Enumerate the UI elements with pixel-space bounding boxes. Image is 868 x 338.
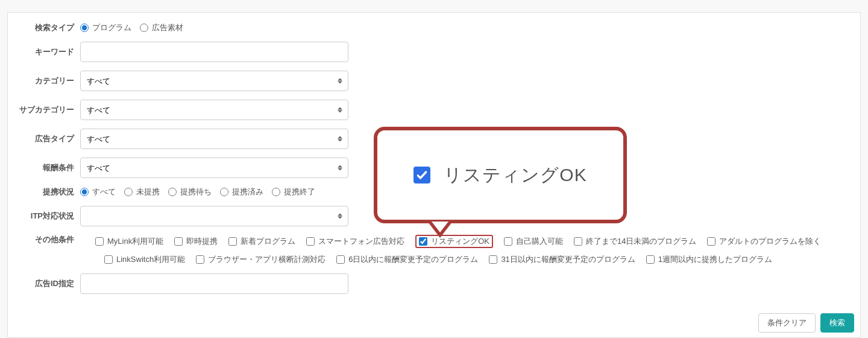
check-browser-label: ブラウザー・アプリ横断計測対応 <box>208 254 326 265</box>
row-subcategory: サブカテゴリー すべて <box>14 100 854 120</box>
callout-tail-inner <box>432 222 448 232</box>
check-adult-label: アダルトのプログラムを除く <box>719 236 821 247</box>
radio-material-input[interactable] <box>140 24 148 32</box>
callout-text: リスティングOK <box>444 163 587 188</box>
check-linkswitch[interactable]: LinkSwitch利用可能 <box>104 254 185 265</box>
radio-program-input[interactable] <box>80 24 89 32</box>
ad-id-input[interactable] <box>80 273 348 294</box>
label-ad-type: 広告タイプ <box>14 134 80 144</box>
label-partner-status: 提携状況 <box>14 187 80 197</box>
check-mylink-input[interactable] <box>95 237 104 246</box>
check-instant-input[interactable] <box>174 237 183 246</box>
radio-material[interactable]: 広告素材 <box>140 22 183 33</box>
check-browser-input[interactable] <box>196 255 204 264</box>
reward-select[interactable]: すべて <box>80 158 348 178</box>
radio-ps-partnered[interactable]: 提携済み <box>220 187 263 197</box>
check-instant-label: 即時提携 <box>186 236 218 247</box>
radio-ps-waiting-input[interactable] <box>168 188 177 196</box>
check-linkswitch-label: LinkSwitch利用可能 <box>116 254 185 265</box>
label-ad-id: 広告ID指定 <box>14 279 80 289</box>
check-6days-label: 6日以内に報酬変更予定のプログラム <box>348 254 478 265</box>
check-new[interactable]: 新着プログラム <box>228 236 295 247</box>
check-14days-label: 終了まで14日未満のプログラム <box>586 236 696 247</box>
radio-ps-ended-label: 提携終了 <box>284 187 315 197</box>
itp-select[interactable] <box>80 206 348 226</box>
check-mylink-label: MyLink利用可能 <box>107 236 163 247</box>
check-1week-label: 1週間以内に提携したプログラム <box>658 254 772 265</box>
check-self-input[interactable] <box>504 237 512 246</box>
keyword-input[interactable] <box>80 42 348 62</box>
radio-program-label: プログラム <box>92 22 131 33</box>
row-search-type: 検索タイプ プログラム 広告素材 <box>14 22 854 33</box>
category-select[interactable]: すべて <box>80 71 348 91</box>
radio-ps-all[interactable]: すべて <box>80 187 116 197</box>
radio-ps-waiting-label: 提携待ち <box>180 187 212 197</box>
row-category: カテゴリー すべて <box>14 71 854 91</box>
check-adult-input[interactable] <box>707 237 715 246</box>
check-new-input[interactable] <box>228 237 237 246</box>
check-listing-ok-input[interactable] <box>419 237 427 246</box>
check-self-label: 自己購入可能 <box>516 236 563 247</box>
radio-ps-waiting[interactable]: 提携待ち <box>168 187 212 197</box>
row-other: その他条件 MyLink利用可能 即時提携 新着プログラム スマートフォン広告対… <box>14 235 854 265</box>
other-checks-row2: LinkSwitch利用可能 ブラウザー・アプリ横断計測対応 6日以内に報酬変更… <box>104 254 854 265</box>
radio-program[interactable]: プログラム <box>80 22 131 33</box>
check-linkswitch-input[interactable] <box>104 255 113 264</box>
radio-ps-not-input[interactable] <box>124 188 133 196</box>
check-31days-input[interactable] <box>489 255 497 264</box>
check-1week[interactable]: 1週間以内に提携したプログラム <box>646 254 772 265</box>
row-ad-id: 広告ID指定 <box>14 273 854 294</box>
radio-ps-partnered-input[interactable] <box>220 188 228 196</box>
check-browser[interactable]: ブラウザー・アプリ横断計測対応 <box>196 254 326 265</box>
radio-ps-all-input[interactable] <box>80 188 89 196</box>
check-14days-input[interactable] <box>574 237 582 246</box>
search-button[interactable]: 検索 <box>820 313 854 333</box>
check-14days[interactable]: 終了まで14日未満のプログラム <box>574 236 696 247</box>
row-keyword: キーワード <box>14 42 854 62</box>
subcategory-select[interactable]: すべて <box>80 100 348 120</box>
label-reward: 報酬条件 <box>14 163 80 173</box>
check-6days[interactable]: 6日以内に報酬変更予定のプログラム <box>336 254 478 265</box>
radio-material-label: 広告素材 <box>152 22 183 33</box>
check-sp-label: スマートフォン広告対応 <box>318 236 404 247</box>
highlighted-listing-ok: リスティングOK <box>415 235 493 248</box>
checkbox-checked-icon <box>414 167 430 183</box>
check-self[interactable]: 自己購入可能 <box>504 236 563 247</box>
label-keyword: キーワード <box>14 47 80 57</box>
radio-ps-not[interactable]: 未提携 <box>124 187 160 197</box>
radio-ps-partnered-label: 提携済み <box>232 187 263 197</box>
label-other: その他条件 <box>14 235 80 245</box>
check-sp[interactable]: スマートフォン広告対応 <box>306 236 404 247</box>
label-category: カテゴリー <box>14 76 80 86</box>
check-new-label: 新着プログラム <box>241 236 295 247</box>
check-adult[interactable]: アダルトのプログラムを除く <box>707 236 821 247</box>
radio-ps-ended-input[interactable] <box>272 188 280 196</box>
label-itp: ITP対応状況 <box>14 211 80 222</box>
button-bar: 条件クリア 検索 <box>758 313 854 333</box>
other-checks-row1: MyLink利用可能 即時提携 新着プログラム スマートフォン広告対応 リスティ… <box>95 235 854 248</box>
label-subcategory: サブカテゴリー <box>14 105 80 115</box>
radio-ps-all-label: すべて <box>92 187 116 197</box>
check-1week-input[interactable] <box>646 255 655 264</box>
label-search-type: 検索タイプ <box>14 23 80 33</box>
check-mylink[interactable]: MyLink利用可能 <box>95 236 163 247</box>
radio-ps-ended[interactable]: 提携終了 <box>272 187 315 197</box>
check-31days-label: 31日以内に報酬変更予定のプログラム <box>501 254 635 265</box>
check-6days-input[interactable] <box>336 255 345 264</box>
check-instant[interactable]: 即時提携 <box>174 236 218 247</box>
clear-button[interactable]: 条件クリア <box>758 313 816 333</box>
check-31days[interactable]: 31日以内に報酬変更予定のプログラム <box>489 254 635 265</box>
ad-type-select[interactable]: すべて <box>80 129 348 149</box>
radio-ps-not-label: 未提携 <box>136 187 160 197</box>
callout-tooltip: リスティングOK <box>374 127 627 223</box>
check-sp-input[interactable] <box>306 237 315 246</box>
